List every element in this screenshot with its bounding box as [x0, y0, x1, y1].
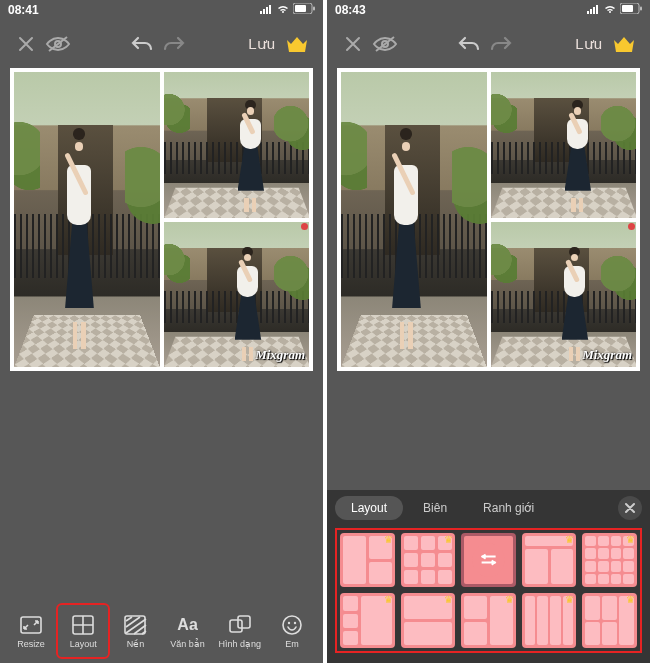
undo-button[interactable] [128, 30, 156, 58]
tool-label: Nền [127, 639, 145, 649]
phone-right: 08:43 Lưu [327, 0, 650, 663]
status-indicators [259, 3, 315, 17]
tool-shape[interactable]: Hình dạng [215, 605, 265, 657]
layout-option-3[interactable]: ♛ [522, 533, 577, 588]
svg-rect-2 [313, 7, 315, 11]
premium-crown-icon[interactable] [283, 30, 311, 58]
svg-rect-1 [295, 5, 306, 12]
collage-cell-2[interactable] [164, 72, 310, 218]
resize-icon [19, 614, 43, 636]
visibility-toggle[interactable] [44, 30, 72, 58]
svg-rect-13 [622, 5, 633, 12]
premium-badge-icon: ♛ [384, 534, 393, 545]
watermark-remove-icon[interactable] [628, 223, 635, 230]
selected-indicator-icon [472, 544, 505, 577]
tool-background[interactable]: Nền [110, 605, 160, 657]
layout-option-0[interactable]: ♛ [340, 533, 395, 588]
tool-resize[interactable]: Resize [6, 605, 56, 657]
redo-button[interactable] [487, 30, 515, 58]
top-toolbar: Lưu [327, 20, 650, 68]
svg-point-9 [283, 616, 301, 634]
status-indicators [586, 3, 642, 17]
premium-crown-icon[interactable] [610, 30, 638, 58]
visibility-toggle[interactable] [371, 30, 399, 58]
top-toolbar: Lưu [0, 20, 323, 68]
svg-rect-7 [230, 620, 242, 632]
premium-badge-icon: ♛ [384, 594, 393, 605]
svg-rect-8 [238, 616, 250, 628]
collage-cell-1[interactable] [14, 72, 160, 367]
tool-label: Layout [70, 639, 97, 649]
tool-label: Văn bản [170, 639, 205, 649]
close-button[interactable] [12, 30, 40, 58]
bottom-toolbar: ResizeLayoutNềnAaVăn bảnHình dạngEm [0, 599, 323, 663]
layout-icon [71, 614, 95, 636]
layout-panel-tabs: LayoutBiênRanh giới [335, 496, 642, 520]
collage-cell-3[interactable]: Mixgram [164, 222, 310, 368]
layout-option-7[interactable]: ♛ [461, 593, 516, 648]
signal-icon [259, 3, 273, 17]
tool-layout[interactable]: Layout [58, 605, 108, 657]
redo-button[interactable] [160, 30, 188, 58]
premium-badge-icon: ♛ [565, 534, 574, 545]
layout-option-1[interactable]: ♛ [401, 533, 456, 588]
wifi-icon [276, 3, 290, 17]
svg-point-10 [288, 621, 290, 623]
watermark: Mixgram [255, 347, 305, 363]
tool-label: Resize [17, 639, 45, 649]
watermark-remove-icon[interactable] [301, 223, 308, 230]
clock: 08:43 [335, 3, 366, 17]
premium-badge-icon: ♛ [565, 594, 574, 605]
status-bar: 08:41 [0, 0, 323, 20]
tool-text[interactable]: AaVăn bản [163, 605, 213, 657]
layout-options-highlight: ♛♛♛♛♛♛♛♛♛ [335, 528, 642, 653]
wifi-icon [603, 3, 617, 17]
phone-left: 08:41 Lưu [0, 0, 323, 663]
battery-icon [293, 3, 315, 17]
svg-point-11 [294, 621, 296, 623]
premium-badge-icon: ♛ [505, 594, 514, 605]
tool-label: Hình dạng [219, 639, 262, 649]
layout-option-4[interactable]: ♛ [582, 533, 637, 588]
collage-cell-3[interactable]: Mixgram [491, 222, 637, 368]
premium-badge-icon: ♛ [626, 534, 635, 545]
layout-option-5[interactable]: ♛ [340, 593, 395, 648]
layout-tab-1[interactable]: Biên [407, 496, 463, 520]
svg-rect-14 [640, 7, 642, 11]
undo-button[interactable] [455, 30, 483, 58]
clock: 08:41 [8, 3, 39, 17]
shape-icon [228, 614, 252, 636]
battery-icon [620, 3, 642, 17]
tool-label: Em [285, 639, 299, 649]
text-icon: Aa [176, 614, 200, 636]
save-button[interactable]: Lưu [571, 35, 606, 53]
premium-badge-icon: ♛ [626, 594, 635, 605]
layout-tab-2[interactable]: Ranh giới [467, 496, 550, 520]
layout-panel: LayoutBiênRanh giới ♛♛♛♛♛♛♛♛♛ [327, 490, 650, 663]
layout-option-2[interactable] [461, 533, 516, 588]
close-button[interactable] [339, 30, 367, 58]
emoji-icon [280, 614, 304, 636]
background-icon [123, 614, 147, 636]
watermark: Mixgram [582, 347, 632, 363]
collage-canvas[interactable]: Mixgram [337, 68, 640, 371]
status-bar: 08:43 [327, 0, 650, 20]
tool-emoji[interactable]: Em [267, 605, 317, 657]
signal-icon [586, 3, 600, 17]
layout-tab-0[interactable]: Layout [335, 496, 403, 520]
save-button[interactable]: Lưu [244, 35, 279, 53]
premium-badge-icon: ♛ [444, 594, 453, 605]
svg-rect-4 [21, 617, 41, 633]
collage-canvas[interactable]: Mixgram [10, 68, 313, 371]
panel-close-button[interactable] [618, 496, 642, 520]
collage-cell-1[interactable] [341, 72, 487, 367]
layout-option-8[interactable]: ♛ [522, 593, 577, 648]
collage-cell-2[interactable] [491, 72, 637, 218]
premium-badge-icon: ♛ [444, 534, 453, 545]
layout-option-9[interactable]: ♛ [582, 593, 637, 648]
layout-options-grid: ♛♛♛♛♛♛♛♛♛ [340, 533, 637, 648]
layout-option-6[interactable]: ♛ [401, 593, 456, 648]
